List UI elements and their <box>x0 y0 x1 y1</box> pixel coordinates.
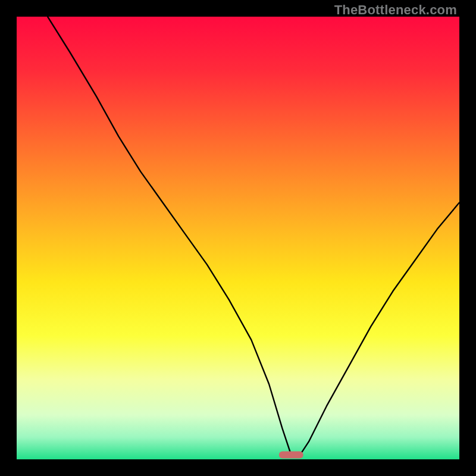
watermark-text: TheBottleneck.com <box>334 2 457 18</box>
chart-frame <box>17 17 459 459</box>
optimal-marker <box>279 452 303 459</box>
chart-background <box>17 17 459 459</box>
bottleneck-chart <box>17 17 459 459</box>
